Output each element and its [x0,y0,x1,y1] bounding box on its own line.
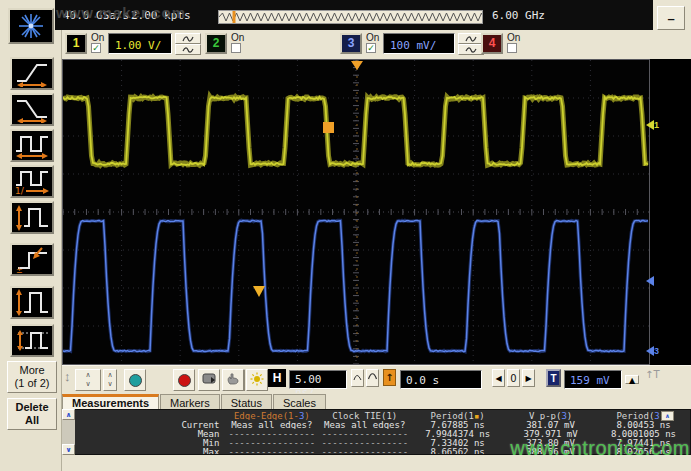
more-button[interactable]: More (1 of 2) [7,361,57,393]
svg-text:1/: 1/ [15,186,25,195]
trigger-menu-button[interactable]: T [546,369,561,387]
level-up-button[interactable]: ▲ [625,375,639,384]
amplitude-measurement-button[interactable] [10,201,54,234]
channel-3-enable: On ✓ [366,32,384,53]
channel-3-ground-marker[interactable]: 3 [646,345,659,357]
channel-1-ground-marker[interactable]: 1 [646,119,659,131]
fine-nudge-button[interactable]: ∧∨ [103,369,117,391]
channel-2-enable-checkbox[interactable] [231,43,241,53]
column-header: Edge-Edge(1-3) [225,411,318,420]
channel-2-enable: On [231,32,249,53]
watermark-top: www.maker.com [56,4,186,21]
svg-text:±: ± [16,266,23,273]
measurement-row-min: Min--------------------------------7.334… [77,438,690,447]
channel-1-scale-field[interactable]: 1.00 V/ [108,33,172,54]
tab-markers[interactable]: Markers [160,394,220,410]
column-header: V p-p(3) [504,411,597,420]
brightness-button[interactable] [246,369,268,391]
delay-field[interactable]: 0.0 s [400,370,482,389]
trigger-time-icon: ↑ [383,369,396,386]
measurement-row-max: Max--------------------------------8.665… [77,447,690,455]
horizontal-toolbar: ↕ ∧∨ ∧∨ H 5.00 ns/ ↑ 0.0 s ◀ 0 ▶ T 159 m… [62,365,691,393]
sidebar: 1/ ± More (1 of 2) Delete All [0,0,62,471]
acquisition-preview-strip[interactable] [218,10,483,24]
channel-3-enable-checkbox[interactable]: ✓ [366,43,376,53]
tab-measurements[interactable]: Measurements [62,394,159,410]
channel-4-enable: On [507,32,525,53]
bandwidth-readout: 6.00 GHz [492,9,545,22]
channel-3-scale-field[interactable]: 100 mV/ [383,33,455,54]
horizontal-menu-icon[interactable]: H [268,369,286,387]
column-header: Period(3▾) [597,411,690,420]
channel-1-enable-checkbox[interactable]: ✓ [91,43,101,53]
tab-scales[interactable]: Scales [273,394,326,410]
timebase-field[interactable]: 5.00 ns/ [289,370,347,389]
marker-color-red-button[interactable] [173,369,195,391]
channel-4-button[interactable]: 4 [481,33,503,54]
column-scroll-button[interactable]: ∧ [661,411,674,421]
channel-2-button[interactable]: 2 [205,33,227,54]
rise-time-measurement-button[interactable] [10,57,54,90]
more-label: More [19,364,44,376]
channel-controls-row: 1 On ✓ 1.00 V/ 2 On 3 On ✓ 100 mV/ 4 On [62,30,691,59]
column-header: Clock TIE(1) [318,411,411,420]
screen-capture-button[interactable] [198,369,220,391]
period-measurement-button[interactable] [10,129,54,162]
brand-logo-icon [8,8,54,44]
measurements-scrollbar[interactable]: ∧ ∨ [62,409,75,455]
v-peak-peak-measurement-button[interactable] [10,286,54,319]
zoom-in-time-button[interactable] [366,369,379,387]
graticule [62,59,650,365]
measurements-table: Edge-Edge(1-3)Clock TIE(1)Period(1▪)V p-… [62,409,691,455]
frequency-measurement-button[interactable]: 1/ [10,165,54,198]
coupling-ac-icon[interactable] [175,33,201,44]
touch-button[interactable] [222,369,244,391]
measurement-row-mean: Mean--------------------------------7.99… [77,429,690,438]
trigger-position-icon: ↑T [645,369,660,380]
cursor-position-icon: ↕ [64,369,71,384]
minimize-button[interactable]: – [657,6,685,30]
waveform-display[interactable]: 13 [62,59,691,365]
measurements-header-row: Edge-Edge(1-3)Clock TIE(1)Period(1▪)V p-… [77,411,690,420]
channel-4-enable-checkbox[interactable] [507,43,517,53]
measurements-panel: MeasurementsMarkersStatusScales Edge-Edg… [62,393,691,471]
scroll-up-button[interactable]: ∧ [62,409,75,420]
more-page-indicator: (1 of 2) [15,377,50,389]
zoom-out-time-button[interactable] [351,369,364,387]
panel-tabs: MeasurementsMarkersStatusScales [62,393,691,410]
oscilloscope-app: 1/ ± More (1 of 2) Delete All 40.0 GSa/s… [0,0,691,471]
scroll-down-button[interactable]: ∨ [62,444,75,455]
channel-1-coupling-buttons [175,33,201,55]
fall-time-measurement-button[interactable] [10,93,54,126]
measurement-row-current: CurrentMeas all edges?Meas all edges?7.6… [77,420,690,429]
v-top-base-measurement-button[interactable] [10,324,54,357]
nudge-zero-button[interactable]: 0 [507,369,520,387]
delete-all-button[interactable]: Delete All [7,398,57,430]
channel-3-button[interactable]: 3 [340,33,362,54]
nudge-left-button[interactable]: ◀ [492,369,505,387]
column-header: Period(1▪) [411,411,504,420]
marker-color-teal-button[interactable] [124,369,146,391]
edge-delay-measurement-button[interactable]: ± [10,243,54,276]
coupling-dc-icon[interactable] [175,44,201,55]
trigger-level-field[interactable]: 159 mV [564,370,622,389]
channel-1-button[interactable]: 1 [65,33,87,54]
nudge-right-button[interactable]: ▶ [522,369,535,387]
trigger-level-marker[interactable] [646,275,654,287]
tab-status[interactable]: Status [221,394,272,410]
pan-pad-button[interactable]: ∧∨ [75,369,101,391]
channel-1-enable: On ✓ [91,32,109,53]
